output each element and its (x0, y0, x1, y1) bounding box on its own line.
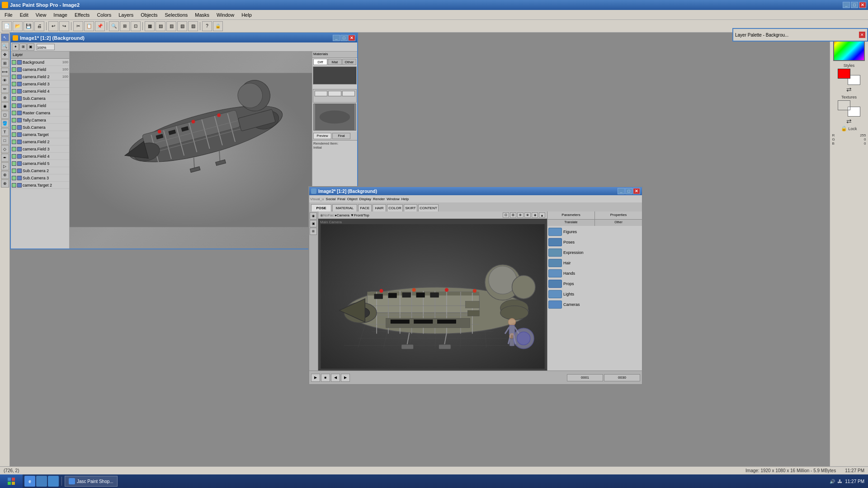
menu-help[interactable]: Help (238, 11, 255, 19)
print-button[interactable]: 🖨 (34, 21, 44, 31)
poser-menu-display[interactable]: Display (359, 197, 371, 201)
layer-row-7[interactable]: Raster Camera (11, 109, 69, 117)
layer-row-8[interactable]: Tally.Camera (11, 117, 69, 124)
tab-material[interactable]: Mat (328, 59, 342, 65)
layer-visibility-13[interactable] (12, 154, 16, 159)
layer-row-11[interactable]: camera.Field 2 (11, 138, 69, 145)
inner-tab-translate[interactable]: Translate (547, 220, 595, 226)
tab-face[interactable]: FACE (358, 204, 372, 211)
straighten-tool[interactable]: ⟺ (1, 68, 9, 76)
view-icon-2[interactable]: ⊞ (510, 212, 516, 218)
layer-visibility-11[interactable] (12, 140, 16, 144)
layer-visibility-15[interactable] (12, 169, 16, 173)
poser-3d-viewport[interactable] (318, 224, 547, 369)
tab-hair[interactable]: HAIR (373, 204, 386, 211)
cut-button[interactable]: ✂ (73, 21, 83, 31)
zoom-in-button[interactable]: 🔍 (109, 21, 119, 31)
inner-tab-other[interactable]: Other (595, 220, 642, 226)
tab-other[interactable]: Other (342, 59, 356, 65)
maximize-button[interactable]: □ (851, 2, 858, 8)
tab-material[interactable]: MATERIAL (332, 204, 357, 211)
layer-visibility-7[interactable] (12, 111, 16, 115)
menu-selections[interactable]: Selections (161, 11, 192, 19)
layer-visibility-14[interactable] (12, 161, 16, 166)
mesh-warp-tool[interactable]: ⊕ (1, 179, 9, 188)
close-button[interactable]: ✕ (859, 2, 866, 8)
render-tab-2[interactable]: Final (332, 133, 350, 139)
menu-colors[interactable]: Colors (93, 11, 115, 19)
save-button[interactable]: 💾 (24, 21, 33, 31)
layer-visibility-17[interactable] (12, 183, 16, 188)
layer-row-9[interactable]: Sub.Camera (11, 124, 69, 131)
tab-color[interactable]: COLOR (387, 204, 403, 211)
panel-item-poses[interactable]: Poses (548, 237, 641, 247)
layer-row-1[interactable]: camera.Field 100 (11, 66, 69, 73)
layer-visibility-1[interactable] (12, 67, 16, 72)
image1-title-bar[interactable]: Image1* [1:2] (Background) _ □ ✕ (11, 33, 357, 42)
layer-row-background[interactable]: Background 100 (11, 59, 69, 66)
redo-button[interactable]: ↪ (59, 21, 69, 31)
layer-visibility-3[interactable] (12, 82, 16, 86)
layer-palette-close-btn[interactable]: ✕ (859, 32, 865, 38)
img1-tool-3[interactable]: ▣ (27, 43, 34, 51)
poser-menu-help[interactable]: Help (401, 197, 409, 201)
tool-btn-5[interactable]: ▦ (145, 21, 155, 31)
fill-tool[interactable]: 🪣 (1, 119, 9, 127)
poser-view-btn-3[interactable]: ⊞ (310, 228, 317, 235)
menu-effects[interactable]: Effects (71, 11, 93, 19)
layer-visibility-2[interactable] (12, 75, 16, 79)
menu-window[interactable]: Window (213, 11, 238, 19)
panel-item-figures[interactable]: Figures (548, 227, 641, 237)
tab-content[interactable]: CONTENT (418, 204, 439, 211)
view-icon-3[interactable]: ⊕ (517, 212, 524, 218)
layer-visibility-12[interactable] (12, 147, 16, 151)
select-tool[interactable]: ↖ (1, 33, 9, 42)
lock-tool-button[interactable]: 🔒 (213, 21, 223, 31)
quicklaunch-ie[interactable]: e (24, 476, 35, 487)
poser-stop-btn[interactable]: ■ (321, 374, 330, 382)
tray-volume-icon[interactable]: 🔊 (830, 479, 835, 484)
tool-btn-7[interactable]: ▥ (166, 21, 176, 31)
tool-btn-6[interactable]: ▤ (156, 21, 165, 31)
poser-menu-final[interactable]: Final (337, 197, 345, 201)
quicklaunch-media[interactable] (48, 476, 59, 487)
undo-button[interactable]: ↩ (48, 21, 58, 31)
poser-menu-social[interactable]: Social (326, 197, 336, 201)
layer-visibility-4[interactable] (12, 89, 16, 94)
open-button[interactable]: 📂 (13, 21, 23, 31)
poser-menu-render[interactable]: Render (373, 197, 385, 201)
panel-item-props[interactable]: Props (548, 279, 641, 289)
menu-layers[interactable]: Layers (115, 11, 137, 19)
warp-tool[interactable]: ⊛ (1, 171, 9, 179)
texture-fg-swatch[interactable] (838, 100, 850, 110)
layer-row-3[interactable]: camera.Field 3 (11, 80, 69, 88)
layer-row-4[interactable]: camera.Field 4 (11, 88, 69, 95)
panel-item-hair[interactable]: Hair (548, 258, 641, 268)
layer-visibility-16[interactable] (12, 176, 16, 180)
zoom-dropdown[interactable]: 100% (37, 44, 55, 50)
poser-tab-properties[interactable]: Properties (595, 211, 642, 220)
layer-row-6[interactable]: camera.Field (11, 102, 69, 109)
swap-textures-icon[interactable]: ⇄ (846, 117, 852, 125)
actual-size-button[interactable]: ⊡ (131, 21, 141, 31)
tab-diff[interactable]: Diff (313, 59, 327, 65)
poser-play-btn[interactable]: ▶ (311, 374, 320, 382)
layer-row-5[interactable]: Sub.Camera (11, 95, 69, 102)
panel-item-lights[interactable]: Lights (548, 289, 641, 299)
layer-row-14[interactable]: camera.Field 5 (11, 160, 69, 167)
layer-visibility-10[interactable] (12, 132, 16, 137)
poser-prev-btn[interactable]: ◀ (331, 374, 340, 382)
shape-tool[interactable]: □ (1, 136, 9, 145)
poser-minimize-btn[interactable]: _ (618, 188, 625, 194)
view-icon-4[interactable]: ⊗ (524, 212, 531, 218)
start-button[interactable] (0, 474, 23, 488)
mat-btn-1[interactable] (315, 91, 327, 96)
panel-item-cameras[interactable]: Cameras (548, 300, 641, 310)
layer-row-13[interactable]: camera.Field 4 (11, 153, 69, 160)
tab-pose[interactable]: POSE (311, 204, 331, 211)
help-tool-button[interactable]: ? (202, 21, 212, 31)
layer-visibility-toggle[interactable] (12, 60, 16, 65)
layer-visibility-5[interactable] (12, 96, 16, 101)
layer-visibility-6[interactable] (12, 103, 16, 108)
crop-tool[interactable]: ⊞ (1, 59, 9, 67)
